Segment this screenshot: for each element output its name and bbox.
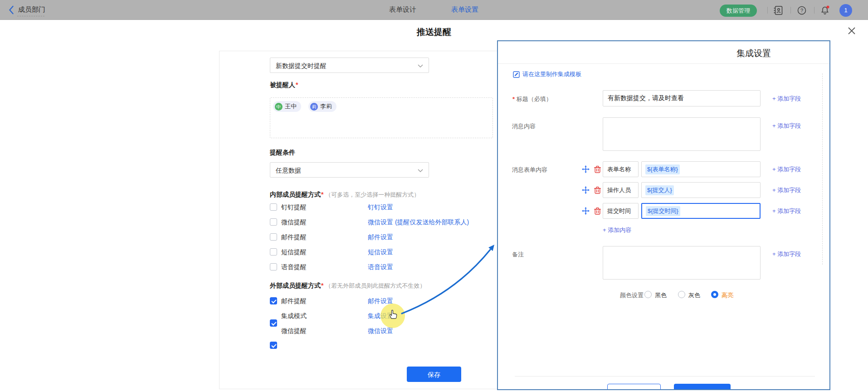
add-content-link[interactable]: + 添加内容 — [603, 226, 631, 234]
delete-row-icon[interactable] — [594, 186, 601, 194]
edit-pencil-icon — [513, 71, 520, 78]
email-settings-link[interactable]: 邮件设置 — [368, 233, 393, 241]
message-content-textarea[interactable] — [603, 117, 761, 151]
radio-gray[interactable] — [678, 291, 685, 298]
member-name: 王中 — [285, 102, 297, 111]
add-field-link[interactable]: + 添加字段 — [772, 95, 801, 103]
member-avatar: 莉 — [310, 103, 318, 111]
chevron-down-icon — [418, 169, 423, 173]
push-reminder-screen: 成员部门 表单设计 表单设置 数据管理 ? 1 推送提醒 — [0, 0, 868, 391]
delete-row-icon[interactable] — [594, 207, 601, 215]
panel-header-divider — [498, 63, 829, 64]
wechat-settings-link[interactable]: 微信设置 (提醒仅发送给外部联系人) — [368, 218, 469, 227]
add-field-link[interactable]: + 添加字段 — [772, 250, 801, 258]
title-field-label: * 标题（必填） — [512, 95, 552, 103]
field-token: ${提交人} — [645, 185, 674, 195]
tab-form-design[interactable]: 表单设计 — [389, 5, 416, 14]
data-manage-button[interactable]: 数据管理 — [720, 5, 757, 17]
member-name: 李莉 — [320, 102, 332, 111]
member-tag[interactable]: 中 王中 — [273, 101, 301, 112]
trigger-select-value: 新数据提交时提醒 — [276, 62, 327, 69]
dingtalk-settings-link[interactable]: 钉钉设置 — [368, 203, 393, 212]
checkbox-external-email[interactable] — [270, 297, 277, 304]
checkbox-integration[interactable] — [270, 319, 277, 327]
form-content-label: 消息表单内容 — [512, 166, 547, 174]
radio-label-gray: 灰色 — [688, 291, 700, 299]
save-button[interactable]: 保存 — [407, 367, 461, 382]
required-asterisk: * — [296, 81, 298, 88]
checkbox-label: 邮件提醒 — [281, 297, 307, 305]
recipients-box[interactable]: 中 王中 莉 李莉 — [270, 97, 493, 138]
field-value-input[interactable]: ${提交人} — [641, 182, 761, 198]
user-avatar[interactable]: 1 — [839, 4, 852, 17]
chevron-down-icon — [418, 64, 423, 68]
internal-methods-label: 内部成员提醒方式* （可多选，至少选择一种提醒方式） — [270, 191, 419, 199]
panel-secondary-button[interactable] — [607, 384, 661, 390]
divider — [767, 7, 768, 14]
external-wechat-settings-link[interactable]: 微信设置 — [368, 327, 393, 335]
field-value-input-focused[interactable]: ${提交时间} — [641, 203, 761, 219]
add-field-link[interactable]: + 添加字段 — [772, 186, 801, 194]
trigger-select[interactable]: 新数据提交时提醒 — [270, 58, 429, 73]
radio-label-highlight: 高亮 — [722, 291, 733, 299]
radio-label-black: 黑色 — [655, 291, 667, 299]
note-label: 备注 — [512, 251, 524, 259]
radio-black[interactable] — [644, 291, 652, 298]
add-field-link[interactable]: + 添加字段 — [772, 165, 801, 174]
condition-select-value: 任意数据 — [276, 167, 301, 174]
radio-highlight[interactable] — [711, 291, 718, 298]
checkbox-label: 钉钉提醒 — [281, 203, 307, 212]
condition-select[interactable]: 任意数据 — [270, 162, 429, 178]
add-field-link[interactable]: + 添加字段 — [772, 207, 801, 215]
contacts-icon[interactable] — [773, 5, 783, 15]
checkbox-wechat[interactable] — [270, 218, 277, 226]
external-methods-label: 外部成员提醒方式* （若无外部成员则此提醒方式不生效） — [270, 282, 425, 290]
field-value-input[interactable]: ${表单名称} — [641, 161, 761, 177]
dialog-title: 推送提醒 — [0, 26, 868, 38]
checkbox-external-wechat[interactable] — [270, 342, 277, 349]
field-key-input[interactable]: 表单名称 — [603, 161, 639, 177]
checkbox-sms[interactable] — [270, 248, 277, 256]
move-handle-icon[interactable] — [582, 207, 590, 215]
member-tag[interactable]: 莉 李莉 — [308, 101, 336, 112]
checkbox-email[interactable] — [270, 233, 277, 241]
checkbox-label: 邮件提醒 — [281, 233, 307, 241]
delete-row-icon[interactable] — [594, 165, 601, 173]
back-icon[interactable] — [7, 5, 15, 14]
note-textarea[interactable] — [603, 246, 761, 280]
move-handle-icon[interactable] — [582, 165, 590, 173]
required-asterisk: * — [321, 191, 323, 198]
field-key-input[interactable]: 操作人员 — [603, 182, 639, 198]
breadcrumb[interactable]: 成员部门 — [18, 5, 45, 14]
tab-form-settings[interactable]: 表单设置 — [451, 5, 478, 14]
move-handle-icon[interactable] — [582, 186, 590, 194]
panel-primary-button[interactable] — [674, 384, 731, 390]
checkbox-label: 语音提醒 — [281, 263, 307, 271]
template-hint-text: 请在这里制作集成模板 — [522, 70, 581, 78]
integration-settings-panel: 集成设置 请在这里制作集成模板 * 标题（必填） + 添加字段 消息内容 + 添… — [497, 40, 830, 390]
member-avatar: 中 — [275, 103, 283, 111]
add-field-link[interactable]: + 添加字段 — [772, 122, 801, 130]
close-icon[interactable] — [847, 26, 856, 35]
integration-settings-link[interactable]: 集成设置 — [368, 312, 393, 320]
template-hint-link[interactable]: 请在这里制作集成模板 — [513, 70, 581, 78]
topbar: 成员部门 表单设计 表单设置 数据管理 ? 1 — [0, 0, 868, 20]
recipients-label: 被提醒人* — [270, 81, 298, 89]
notification-bell-icon[interactable] — [820, 5, 830, 15]
checkbox-dingtalk[interactable] — [270, 203, 277, 211]
divider — [814, 7, 814, 14]
external-email-settings-link[interactable]: 邮件设置 — [368, 297, 393, 305]
message-content-label: 消息内容 — [512, 122, 536, 130]
help-icon[interactable]: ? — [797, 5, 807, 15]
panel-scrollbar[interactable] — [822, 73, 823, 265]
checkbox-label: 短信提醒 — [281, 248, 307, 256]
field-key-input[interactable]: 提交时间 — [603, 203, 639, 219]
checkbox-voice[interactable] — [270, 263, 277, 270]
voice-settings-link[interactable]: 语音设置 — [368, 263, 393, 271]
field-token: ${提交时间} — [646, 206, 680, 216]
svg-text:?: ? — [800, 8, 803, 13]
field-token: ${表单名称} — [645, 164, 680, 174]
title-input[interactable] — [603, 90, 761, 106]
internal-methods-note: （可多选，至少选择一种提醒方式） — [325, 191, 419, 198]
sms-settings-link[interactable]: 短信设置 — [368, 248, 393, 256]
